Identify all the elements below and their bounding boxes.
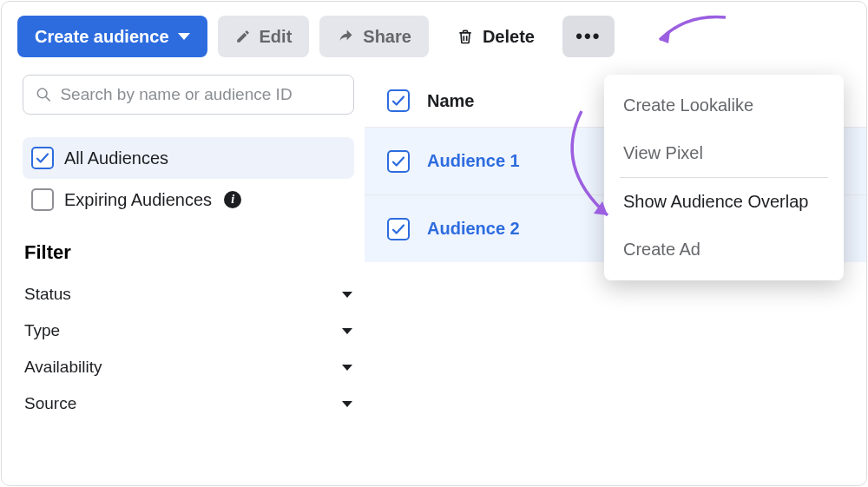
filter-heading: Filter [24, 241, 354, 264]
search-input-wrapper[interactable] [23, 75, 354, 115]
trash-icon [457, 28, 474, 45]
checkbox-select-all[interactable] [387, 89, 410, 112]
dropdown-create-lookalike[interactable]: Create Lookalike [604, 82, 844, 129]
filter-status[interactable]: Status [23, 276, 354, 313]
check-icon [35, 150, 50, 166]
delete-button[interactable]: Delete [439, 16, 552, 57]
search-input[interactable] [60, 85, 341, 104]
checkbox-expiring-audiences[interactable] [31, 188, 54, 211]
filter-type[interactable]: Type [23, 313, 354, 349]
all-audiences-label: All Audiences [64, 148, 168, 168]
filter-source[interactable]: Source [23, 385, 354, 422]
filter-source-label: Source [24, 394, 76, 413]
sidebar-item-all-audiences[interactable]: All Audiences [23, 137, 354, 179]
expiring-audiences-label: Expiring Audiences [64, 190, 212, 210]
edit-label: Edit [260, 27, 293, 47]
check-icon [391, 154, 406, 169]
checkbox-row[interactable] [387, 150, 410, 173]
checkbox-row[interactable] [387, 218, 410, 240]
toolbar: Create audience Edit Share Delete ••• [2, 2, 866, 69]
caret-down-icon [178, 33, 190, 40]
dropdown-view-pixel[interactable]: View Pixel [604, 129, 844, 177]
edit-button[interactable]: Edit [218, 16, 310, 57]
share-button[interactable]: Share [319, 16, 429, 57]
sidebar: All Audiences Expiring Audiences i Filte… [2, 69, 365, 422]
pencil-icon [235, 29, 251, 44]
column-header-name: Name [427, 91, 474, 111]
more-button[interactable]: ••• [562, 16, 615, 57]
chevron-down-icon [342, 401, 352, 407]
chevron-down-icon [342, 292, 352, 298]
search-icon [36, 86, 51, 103]
more-dropdown: Create Lookalike View Pixel Show Audienc… [604, 75, 844, 280]
check-icon [391, 93, 406, 109]
filter-availability-label: Availability [24, 358, 102, 377]
filter-status-label: Status [24, 285, 71, 304]
dropdown-create-ad[interactable]: Create Ad [604, 226, 844, 273]
info-icon[interactable]: i [224, 191, 241, 208]
filter-availability[interactable]: Availability [23, 349, 354, 385]
sidebar-item-expiring-audiences[interactable]: Expiring Audiences i [23, 179, 354, 220]
delete-label: Delete [483, 27, 535, 47]
filter-type-label: Type [24, 321, 60, 340]
chevron-down-icon [342, 328, 352, 334]
more-icon: ••• [575, 25, 601, 48]
audience-link[interactable]: Audience 2 [427, 219, 520, 239]
checkbox-all-audiences[interactable] [31, 147, 54, 169]
share-label: Share [363, 27, 411, 47]
create-audience-button[interactable]: Create audience [17, 16, 207, 57]
dropdown-show-overlap[interactable]: Show Audience Overlap [604, 178, 844, 226]
audience-link[interactable]: Audience 1 [427, 151, 520, 171]
svg-line-1 [45, 96, 49, 101]
check-icon [391, 221, 406, 237]
chevron-down-icon [342, 365, 352, 371]
share-icon [337, 28, 354, 45]
create-audience-label: Create audience [35, 27, 169, 47]
